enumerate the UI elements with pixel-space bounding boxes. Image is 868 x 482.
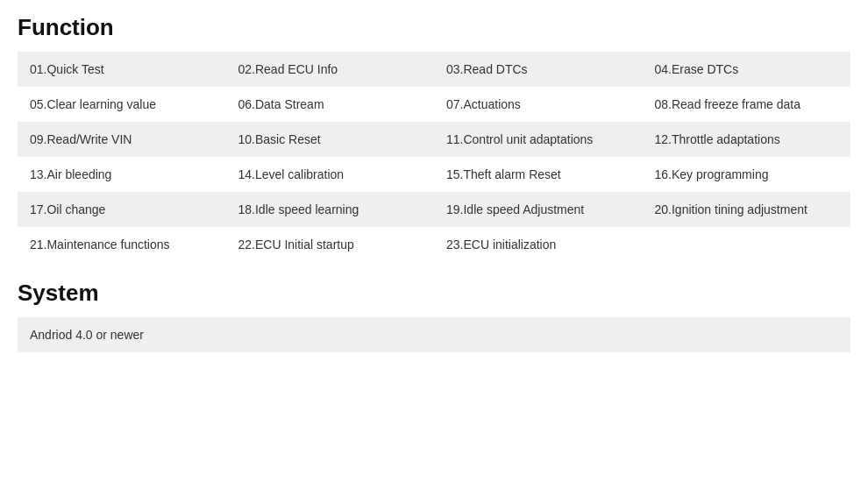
function-cell[interactable]: 09.Read/Write VIN <box>18 122 226 157</box>
function-cell[interactable]: 16.Key programming <box>643 157 851 192</box>
function-cell[interactable]: 22.ECU Initial startup <box>226 227 435 262</box>
function-cell[interactable]: 10.Basic Reset <box>226 122 435 157</box>
function-cell[interactable]: 23.ECU initialization <box>434 227 643 262</box>
function-cell[interactable]: 15.Theft alarm Reset <box>434 157 643 192</box>
system-title: System <box>18 280 850 307</box>
function-cell[interactable]: 21.Maintenance functions <box>18 227 226 262</box>
system-section: System Andriod 4.0 or newer <box>18 280 850 352</box>
function-cell[interactable]: 08.Read freeze frame data <box>643 87 851 122</box>
function-cell[interactable]: 11.Control unit adaptations <box>434 122 643 157</box>
function-cell[interactable]: 02.Read ECU Info <box>226 52 435 87</box>
system-cell: Andriod 4.0 or newer <box>18 317 850 352</box>
function-cell[interactable]: 06.Data Stream <box>226 87 435 122</box>
function-cell[interactable]: 20.Ignition tining adjustment <box>643 192 851 227</box>
function-cell[interactable]: 14.Level calibration <box>226 157 435 192</box>
function-title: Function <box>18 14 850 41</box>
function-row[interactable]: 17.Oil change18.Idle speed learning19.Id… <box>18 192 850 227</box>
function-cell[interactable]: 03.Read DTCs <box>434 52 643 87</box>
function-table: 01.Quick Test02.Read ECU Info03.Read DTC… <box>18 52 850 262</box>
function-cell[interactable]: 01.Quick Test <box>18 52 226 87</box>
function-row[interactable]: 21.Maintenance functions22.ECU Initial s… <box>18 227 850 262</box>
function-cell[interactable]: 07.Actuations <box>434 87 643 122</box>
function-cell[interactable]: 04.Erase DTCs <box>643 52 851 87</box>
function-cell[interactable]: 05.Clear learning value <box>18 87 226 122</box>
function-cell[interactable]: 13.Air bleeding <box>18 157 226 192</box>
function-row[interactable]: 01.Quick Test02.Read ECU Info03.Read DTC… <box>18 52 850 87</box>
function-cell[interactable]: 12.Throttle adaptations <box>643 122 851 157</box>
function-cell[interactable]: 19.Idle speed Adjustment <box>434 192 643 227</box>
function-cell[interactable]: 18.Idle speed learning <box>226 192 435 227</box>
system-table: Andriod 4.0 or newer <box>18 317 850 352</box>
function-cell[interactable]: 17.Oil change <box>18 192 226 227</box>
function-row[interactable]: 13.Air bleeding14.Level calibration15.Th… <box>18 157 850 192</box>
function-row[interactable]: 09.Read/Write VIN10.Basic Reset11.Contro… <box>18 122 850 157</box>
function-cell[interactable] <box>643 227 851 262</box>
system-row: Andriod 4.0 or newer <box>18 317 850 352</box>
function-row[interactable]: 05.Clear learning value06.Data Stream07.… <box>18 87 850 122</box>
